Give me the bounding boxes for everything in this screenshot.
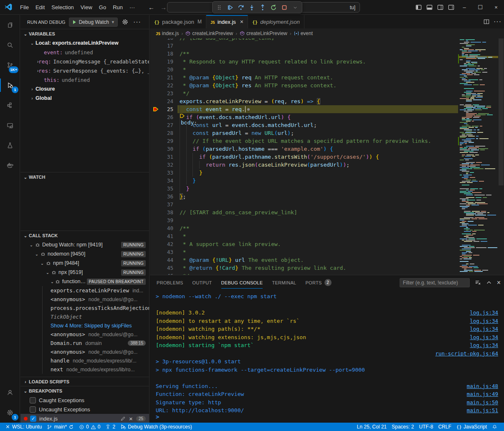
editor-gutter[interactable]: 39 — [150, 216, 177, 224]
source-location-link[interactable]: log.js:34 — [470, 309, 498, 316]
close-panel-icon[interactable]: × — [497, 279, 501, 286]
close-tab-icon[interactable]: × — [240, 18, 243, 25]
editor-gutter[interactable]: 22 — [150, 81, 177, 89]
debug-console-output[interactable]: > nodemon --watch ./ --exec npm start[no… — [150, 290, 504, 423]
panel-tab-ports[interactable]: PORTS2 — [305, 275, 331, 290]
variable-row[interactable]: this:undefined — [20, 75, 149, 84]
tab-package-json[interactable]: {}package.jsonM — [150, 15, 206, 28]
breadcrumb-item[interactable]: JSindex.js — [156, 30, 179, 36]
activity-explorer[interactable] — [0, 15, 20, 35]
breadcrumb-item[interactable]: event — [294, 30, 313, 36]
variables-scope[interactable]: ⌄Local: exports.createLinkPreview — [20, 38, 149, 48]
breakpoint-checkbox[interactable]: ✓ — [30, 416, 36, 422]
stack-frame-row[interactable]: <anonymous>node_modules/@go... — [20, 347, 149, 356]
code-line[interactable]: 26 if (event.docs.matchedUrl.url) { — [150, 113, 458, 121]
status-radio-tower[interactable]: 2 — [103, 423, 118, 431]
nav-back-icon[interactable]: ← — [148, 4, 154, 11]
editor-gutter[interactable]: 29 — [150, 137, 177, 145]
callstack-session[interactable]: ⌄npm [9484]RUNNING — [20, 259, 149, 268]
source-location-link[interactable]: run-script-pkg.js:64 — [435, 350, 498, 357]
step-over-icon[interactable] — [236, 3, 246, 13]
source-location-link[interactable]: log.js:34 — [470, 342, 498, 348]
editor-gutter[interactable]: 40 — [150, 224, 177, 232]
menu-go[interactable]: Go — [96, 3, 109, 12]
status-spaces--2[interactable]: Spaces: 2 — [389, 424, 416, 430]
stack-frame-row[interactable]: nextnode_modules/express/lib/ro... — [20, 365, 149, 374]
edit-breakpoint-icon[interactable] — [120, 416, 126, 421]
activity-source-control[interactable]: 1K+ — [0, 55, 20, 75]
code-line[interactable]: 21 * @param {Object} req An HTTP request… — [150, 74, 458, 81]
editor-gutter[interactable]: 46 — [150, 272, 177, 275]
stack-frame-row[interactable]: Domain.rundomain388:15 — [20, 339, 149, 347]
show-more-frames-link[interactable]: Show 4 More: Skipped by skipFiles — [51, 323, 132, 329]
menu-selection[interactable]: Selection — [48, 3, 77, 12]
console-line[interactable]: > 3p-resources@1.0.0 start — [150, 357, 504, 366]
editor-gutter[interactable]: 36 — [150, 193, 177, 200]
breakpoint-row[interactable]: Uncaught Exceptions — [20, 405, 149, 414]
stack-frame-row[interactable]: Show 4 More: Skipped by skipFiles — [20, 321, 149, 330]
variables-scope[interactable]: ›Closure — [20, 84, 149, 94]
code-line[interactable]: 41 * — [150, 232, 458, 240]
menu-[interactable]: ··· — [126, 3, 138, 12]
editor-gutter[interactable]: 31 — [150, 153, 177, 161]
status-branch[interactable]: main* — [44, 423, 76, 431]
window-minimize-button[interactable]: – — [456, 0, 472, 14]
minimap[interactable] — [458, 38, 498, 275]
code-line[interactable]: 34 } — [150, 177, 458, 185]
editor-gutter[interactable]: 38 — [150, 208, 177, 216]
code-line[interactable]: 30 if (parsedUrl.hostname === 'example.c… — [150, 145, 458, 153]
console-line[interactable]: [nodemon] starting `npm start`log.js:34 — [150, 341, 504, 350]
editor-gutter[interactable]: 24 — [150, 97, 177, 105]
code-line[interactable]: 45 * @return {!Card} The resulting previ… — [150, 264, 458, 272]
code-line[interactable]: 36}; — [150, 193, 458, 200]
stack-frame-row[interactable]: handlenode_modules/express/lib/... — [20, 356, 149, 365]
console-line[interactable]: Serving function...main.js:48 — [150, 382, 504, 390]
toggle-secondary-sidebar-icon[interactable] — [435, 0, 446, 14]
console-line[interactable]: URL: http://localhost:9000/main.js:51 — [150, 406, 504, 415]
status-ln-25--col-21[interactable]: Ln 25, Col 21 — [355, 424, 389, 430]
editor-gutter[interactable]: 16 — [150, 38, 177, 42]
status-bell[interactable] — [489, 424, 500, 430]
status-crlf[interactable]: CRLF — [436, 424, 453, 430]
code-line[interactable]: 32 return res.json(caseLinkPreview(parse… — [150, 161, 458, 169]
clear-console-icon[interactable] — [475, 279, 481, 286]
console-line[interactable]: run-script-pkg.js:64 — [150, 350, 504, 358]
code-line[interactable]: 25 const event = req.body; — [150, 105, 458, 113]
split-editor-icon[interactable] — [484, 19, 489, 25]
start-debug-icon[interactable] — [72, 20, 77, 25]
more-actions-icon[interactable]: ··· — [133, 18, 141, 26]
restart-icon[interactable] — [268, 3, 279, 13]
editor-gutter[interactable]: 19 — [150, 58, 177, 66]
code-line[interactable]: 44 * @param {!URL} url The event object. — [150, 256, 458, 264]
code-line[interactable]: 16// [END add_ons_preview_link] — [150, 38, 458, 42]
menu-run[interactable]: Run — [109, 3, 126, 12]
status-javascript[interactable]: {}JavaScript — [454, 424, 489, 430]
editor-gutter[interactable]: 20 — [150, 66, 177, 74]
panel-tab-terminal[interactable]: TERMINAL — [272, 275, 296, 290]
maximize-panel-icon[interactable] — [486, 280, 492, 286]
stop-icon[interactable] — [279, 3, 289, 13]
nav-forward-icon[interactable]: → — [160, 4, 167, 11]
menu-edit[interactable]: Edit — [32, 3, 48, 12]
breakpoint-checkbox[interactable] — [30, 397, 36, 403]
breakpoint-row[interactable]: Caught Exceptions — [20, 396, 149, 405]
toggle-panel-icon[interactable] — [424, 0, 435, 14]
editor-gutter[interactable]: 32 — [150, 161, 177, 169]
callstack-session[interactable]: ⌄npx [9519]RUNNING — [20, 268, 149, 277]
console-line[interactable]: [nodemon] to restart at any time, enter … — [150, 317, 504, 325]
code-editor[interactable]: 16// [END add_ons_preview_link]1718/**19… — [150, 38, 504, 275]
editor-gutter[interactable]: 27 — [150, 121, 177, 129]
call-stack-section-header[interactable]: ⌄ CALL STACK — [20, 231, 149, 240]
step-into-icon[interactable] — [247, 3, 257, 13]
console-line[interactable]: Function: createLinkPreviewmain.js:49 — [150, 390, 504, 398]
activity-run-and-debug[interactable]: 1 — [0, 75, 20, 95]
breakpoint-margin[interactable] — [150, 106, 161, 112]
callstack-session[interactable]: ⌄Debug Watch: npm [9419]RUNNING — [20, 240, 149, 249]
code-line[interactable]: 20 * — [150, 66, 458, 74]
stack-frame-row[interactable]: <anonymous>node_modules/@go... — [20, 330, 149, 339]
editor-gutter[interactable]: 35 — [150, 185, 177, 193]
code-line[interactable]: 42 * A support case link preview. — [150, 240, 458, 248]
panel-tab-debug-console[interactable]: DEBUG CONSOLE — [221, 275, 263, 290]
editor-gutter[interactable]: 41 — [150, 232, 177, 240]
loaded-scripts-section-header[interactable]: › LOADED SCRIPTS — [20, 377, 149, 386]
